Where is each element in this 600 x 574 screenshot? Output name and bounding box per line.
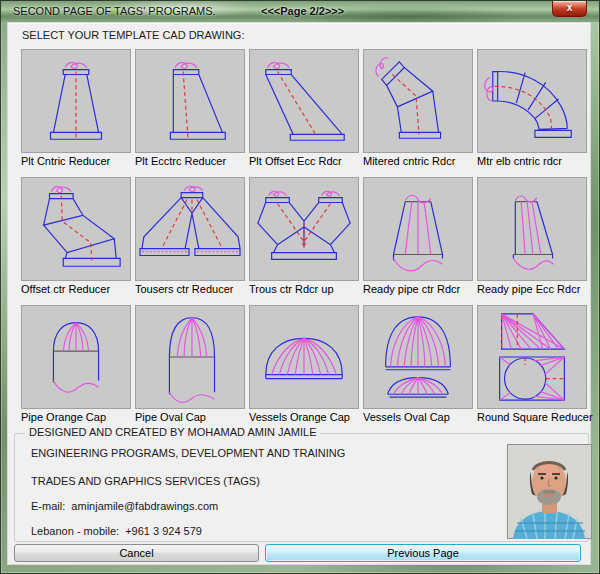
template-item-vessels-oval-cap[interactable]: Vessels Oval Cap [363, 305, 473, 427]
template-caption: Pipe Orange Cap [21, 411, 131, 423]
services-line: TRADES AND GRAPHICS SERVICES (TAGS) [31, 475, 260, 487]
template-thumbnail-trous-ctr-rdcr-up[interactable] [249, 177, 359, 281]
template-caption: Vessels Oval Cap [363, 411, 473, 423]
template-item-trous-ctr-rdcr-up[interactable]: Trous ctr Rdcr up [249, 177, 359, 299]
cad-drawing-trousers-reducer [136, 178, 244, 280]
cad-drawing-trousers-reducer-up [250, 178, 358, 280]
designer-credit-line: DESIGNED AND CREATED BY MOHAMAD AMIN JAM… [25, 426, 320, 438]
close-icon: x [567, 2, 573, 13]
template-thumbnail-offset-ctr-reducer[interactable] [21, 177, 131, 281]
template-item-pipe-oval-cap[interactable]: Pipe Oval Cap [135, 305, 245, 427]
cad-drawing-eccentric-reducer [136, 50, 244, 152]
dialog-client-area: SELECT YOUR TEMPLATE CAD DRAWING: Plt Cn… [7, 22, 591, 565]
cad-drawing-mitered-reducer [364, 50, 472, 152]
template-item-pipe-orange-cap[interactable]: Pipe Orange Cap [21, 305, 131, 427]
template-caption: Ready pipe Ecc Rdcr [477, 283, 587, 295]
template-thumbnail-ready-pipe-ecc-rdcr[interactable] [477, 177, 587, 281]
cad-drawing-pipe-orange-cap [22, 306, 130, 408]
cad-drawing-ready-pipe-reducer [364, 178, 472, 280]
mobile-value: +961 3 924 579 [125, 525, 202, 537]
credits-groupbox: DESIGNED AND CREATED BY MOHAMAD AMIN JAM… [14, 433, 589, 542]
template-caption: Vessels Orange Cap [249, 411, 359, 423]
template-item-round-square-reducer[interactable]: Round Square Reducer [477, 305, 587, 427]
page-indicator: <<<Page 2/2>>> [261, 5, 344, 17]
cad-drawing-vessels-orange-cap [250, 306, 358, 408]
template-caption: Mtr elb cntric rdcr [477, 155, 587, 167]
template-caption: Plt Offset Ecc Rdcr [249, 155, 359, 167]
template-caption: Pipe Oval Cap [135, 411, 245, 423]
template-thumbnail-mitered-cntric-rdcr[interactable] [363, 49, 473, 153]
template-caption: Ready pipe ctr Rdcr [363, 283, 473, 295]
template-thumbnail-plt-cntric-reducer[interactable] [21, 49, 131, 153]
template-caption: Round Square Reducer [477, 411, 587, 423]
template-item-mtr-elb-cntric-rdcr[interactable]: Mtr elb cntric rdcr [477, 49, 587, 171]
template-thumbnail-vessels-oval-cap[interactable] [363, 305, 473, 409]
template-caption: Mitered cntric Rdcr [363, 155, 473, 167]
select-template-label: SELECT YOUR TEMPLATE CAD DRAWING: [22, 29, 245, 41]
template-item-ready-pipe-ecc-rdcr[interactable]: Ready pipe Ecc Rdcr [477, 177, 587, 299]
template-thumbnail-pipe-oval-cap[interactable] [135, 305, 245, 409]
cad-drawing-mitered-elbow-reducer [478, 50, 586, 152]
title-bar[interactable]: SECOND PAGE OF TAGS' PROGRAMS. <<<Page 2… [1, 1, 599, 22]
email-label: E-mail: [31, 500, 65, 512]
template-item-mitered-cntric-rdcr[interactable]: Mitered cntric Rdcr [363, 49, 473, 171]
author-photo [507, 444, 592, 539]
template-item-ready-pipe-ctr-rdcr[interactable]: Ready pipe ctr Rdcr [363, 177, 473, 299]
dialog-window: SECOND PAGE OF TAGS' PROGRAMS. <<<Page 2… [0, 0, 600, 574]
template-caption: Plt Ecctrc Reducer [135, 155, 245, 167]
cad-drawing-pipe-oval-cap [136, 306, 244, 408]
template-thumbnail-vessels-orange-cap[interactable] [249, 305, 359, 409]
mobile-line: Lebanon - mobile: +961 3 924 579 [31, 525, 202, 537]
template-caption: Trous ctr Rdcr up [249, 283, 359, 295]
cad-drawing-concentric-reducer [22, 50, 130, 152]
template-caption: Plt Cntric Reducer [21, 155, 131, 167]
portrait-image [507, 444, 592, 539]
cad-drawing-ready-pipe-eccentric-reducer [478, 178, 586, 280]
cad-drawing-offset-center-reducer [22, 178, 130, 280]
cad-drawing-round-square-reducer [478, 306, 586, 408]
template-thumbnail-pipe-orange-cap[interactable] [21, 305, 131, 409]
cad-drawing-offset-eccentric-reducer [250, 50, 358, 152]
template-caption: Offset ctr Reducer [21, 283, 131, 295]
template-item-plt-cntric-reducer[interactable]: Plt Cntric Reducer [21, 49, 131, 171]
email-line: E-mail: aminjamile@fabdrawings.com [31, 500, 218, 512]
template-item-vessels-orange-cap[interactable]: Vessels Orange Cap [249, 305, 359, 427]
programs-line: ENGINEERING PROGRAMS, DEVELOPMENT AND TR… [31, 447, 345, 459]
cad-drawing-vessels-oval-cap [364, 306, 472, 408]
template-thumbnail-tousers-ctr-reducer[interactable] [135, 177, 245, 281]
close-button[interactable]: x [552, 1, 587, 17]
template-item-offset-ctr-reducer[interactable]: Offset ctr Reducer [21, 177, 131, 299]
template-thumbnail-mtr-elb-cntric-rdcr[interactable] [477, 49, 587, 153]
email-value: aminjamile@fabdrawings.com [71, 500, 218, 512]
window-title: SECOND PAGE OF TAGS' PROGRAMS. [13, 5, 216, 17]
template-thumbnail-plt-ecctrc-reducer[interactable] [135, 49, 245, 153]
template-caption: Tousers ctr Reducer [135, 283, 245, 295]
template-thumbnail-round-square-reducer[interactable] [477, 305, 587, 409]
template-item-tousers-ctr-reducer[interactable]: Tousers ctr Reducer [135, 177, 245, 299]
previous-page-button[interactable]: Previous Page [265, 544, 581, 562]
mobile-label: Lebanon - mobile: [31, 525, 119, 537]
template-item-plt-offset-ecc-rdcr[interactable]: Plt Offset Ecc Rdcr [249, 49, 359, 171]
cancel-button[interactable]: Cancel [14, 544, 259, 562]
template-item-plt-ecctrc-reducer[interactable]: Plt Ecctrc Reducer [135, 49, 245, 171]
template-thumbnail-ready-pipe-ctr-rdcr[interactable] [363, 177, 473, 281]
template-thumbnail-plt-offset-ecc-rdcr[interactable] [249, 49, 359, 153]
